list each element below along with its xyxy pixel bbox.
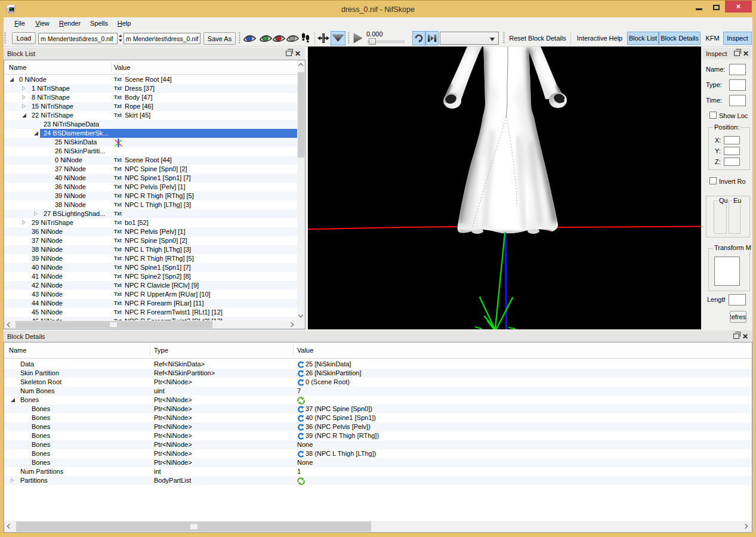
scroll-right-icon[interactable] [289, 322, 294, 327]
float-dock-icon[interactable] [734, 51, 740, 56]
block-list-row[interactable]: 38 NiNodeTxtNPC L Thigh [LThg] [3] [4, 200, 297, 209]
play-button[interactable] [351, 32, 365, 44]
block-list-row[interactable]: 40 NiNodeTxtNPC Spine1 [Spn1] [7] [4, 174, 297, 183]
block-details-row[interactable]: BonesPtr<NiNode> [4, 396, 752, 405]
walk-mode-button[interactable] [300, 32, 311, 45]
inspect-type-input[interactable] [729, 79, 746, 91]
reset-block-details-button[interactable]: Reset Block Details [508, 32, 567, 45]
block-list-row[interactable]: 29 NiTriShapeTxtbo1 [52] [4, 218, 297, 227]
save-path-input[interactable]: m Mender\test\dress_0.nif [124, 33, 200, 44]
block-list-row[interactable]: 36 NiNodeTxtNPC Pelvis [Pelv] [1] [4, 183, 297, 192]
toolbar-drag-handle[interactable] [348, 32, 350, 44]
block-details-row[interactable]: BonesPtr<NiNode> 36 (NPC Pelvis [Pelv]) [4, 422, 752, 431]
block-details-row[interactable]: Skin PartitionRef<NiSkinPartition> 26 [N… [4, 369, 752, 378]
expand-closed-icon[interactable] [11, 478, 14, 483]
column-header-value[interactable]: Value [297, 342, 313, 359]
block-details-hscroll-thumb[interactable] [16, 521, 371, 532]
block-list-row[interactable]: 37 NiNodeTxtNPC Spine [Spn0] [2] [4, 236, 297, 245]
view-direction-dropdown[interactable] [331, 31, 345, 45]
path-spinner[interactable] [118, 33, 123, 44]
highlight-eye-red-button[interactable] [272, 33, 286, 44]
expand-open-icon[interactable] [34, 131, 38, 135]
block-details-dock-title[interactable]: Block Details ✕ [4, 331, 752, 342]
column-header-type[interactable]: Type [154, 342, 168, 359]
block-list-vscrollbar[interactable] [297, 60, 305, 320]
block-list-row[interactable]: 38 NiNodeTxtNPC L Thigh [LThg] [3] [4, 245, 297, 254]
expand-closed-icon[interactable] [22, 86, 26, 91]
block-list-dock-title[interactable]: Block List ✕ [4, 48, 305, 59]
column-separator[interactable] [150, 344, 150, 356]
block-list-row[interactable]: 15 NiTriShapeTxtRope [46] [4, 102, 297, 111]
switch-animation-button[interactable] [425, 31, 439, 45]
block-list-row[interactable]: 1 NiTriShapeTxtDress [37] [4, 84, 297, 93]
block-details-row[interactable]: BonesPtr<NiNode>None [4, 458, 752, 467]
block-list-row[interactable]: 0 NiNodeTxtScene Root [44] [4, 75, 297, 84]
column-header-name[interactable]: Name [9, 342, 26, 359]
expand-open-icon[interactable] [10, 78, 14, 82]
pan-axis-button[interactable] [317, 32, 329, 44]
inspect-toggle-button[interactable]: Inspect [723, 32, 752, 45]
invert-rotation-checkbox[interactable] [709, 177, 717, 184]
close-dock-icon[interactable]: ✕ [295, 51, 301, 57]
block-details-row[interactable]: PartitionsBodyPartList [4, 476, 752, 485]
menu-render[interactable]: Render [55, 17, 85, 30]
maximize-button[interactable] [708, 1, 725, 13]
minimize-button[interactable] [690, 1, 708, 13]
block-details-row[interactable]: BonesPtr<NiNode> 38 (NPC L Thigh [LThg]) [4, 449, 752, 458]
length-input[interactable] [729, 294, 746, 305]
block-list-row[interactable]: 27 BSLightingShad...Txt [4, 209, 297, 218]
position-y-input[interactable] [724, 147, 740, 155]
inspect-name-input[interactable] [729, 64, 746, 75]
block-details-row[interactable]: Skeleton RootPtr<NiNode> 0 (Scene Root) [4, 378, 752, 387]
interactive-help-button[interactable]: Interactive Help [574, 32, 625, 45]
column-separator[interactable] [293, 344, 294, 356]
scroll-right-icon[interactable] [743, 524, 748, 529]
block-list-row[interactable]: 44 NiNodeTxtNPC R Forearm [RLar] [11] [4, 299, 297, 308]
block-list-row[interactable]: 40 NiNodeTxtNPC Spine1 [Spn1] [7] [4, 263, 297, 272]
block-list-row[interactable]: 45 NiNodeTxtNPC R ForearmTwist1 [RLt1] [… [4, 308, 297, 317]
column-header-value[interactable]: Value [114, 60, 130, 75]
close-dock-icon[interactable]: ✕ [743, 51, 749, 57]
scroll-down-icon[interactable] [298, 313, 303, 317]
menu-file[interactable]: File [10, 17, 29, 30]
menu-spells[interactable]: Spells [87, 17, 112, 30]
inspect-dock-title[interactable]: Inspect ✕ [702, 48, 751, 59]
column-separator[interactable] [111, 62, 112, 72]
wireframe-eye-gray-button[interactable] [286, 33, 300, 44]
titlebar[interactable]: dress_0.nif - NifSkope × [0, 0, 756, 17]
position-x-input[interactable] [724, 136, 740, 144]
block-list-toggle-button[interactable]: Block List [627, 32, 659, 45]
block-list-row[interactable]: 24 BSDismemberSk... [4, 129, 297, 138]
close-button[interactable]: × [725, 1, 752, 13]
scroll-left-icon[interactable] [7, 322, 12, 327]
block-list-row[interactable]: 23 NiTriShapeData [4, 120, 297, 129]
save-as-button[interactable]: Save As [203, 32, 236, 45]
expand-closed-icon[interactable] [34, 211, 38, 216]
show-nodes-eye-blue-button[interactable] [243, 33, 257, 44]
block-details-toggle-button[interactable]: Block Details [659, 32, 701, 45]
block-list-row[interactable]: 39 NiNodeTxtNPC R Thigh [RThg] [5] [4, 192, 297, 200]
block-list-row[interactable]: 22 NiTriShapeTxtSkirt [45] [4, 111, 297, 120]
inspect-time-input[interactable] [729, 95, 746, 106]
animation-select[interactable] [440, 32, 499, 45]
block-list-row[interactable]: 42 NiNodeTxtNPC R Clavicle [RClv] [9] [4, 281, 297, 290]
column-header-name[interactable]: Name [9, 60, 26, 75]
block-list-row[interactable]: 0 NiNodeTxtScene Root [44] [4, 156, 297, 165]
block-details-row[interactable]: BonesPtr<NiNode> 40 (NPC Spine1 [Spn1]) [4, 413, 752, 422]
block-list-row[interactable]: 8 NiTriShapeTxtBody [47] [4, 93, 297, 102]
expand-closed-icon[interactable] [22, 104, 26, 109]
toolbar-drag-handle[interactable] [503, 32, 505, 44]
expand-closed-icon[interactable] [22, 95, 26, 100]
loop-animation-button[interactable] [412, 31, 425, 45]
position-z-input[interactable] [724, 158, 740, 166]
block-details-row[interactable]: Num Bonesuint7 [4, 387, 752, 396]
block-list-row[interactable]: 37 NiNodeTxtNPC Spine [Spn0] [2] [4, 165, 297, 174]
block-list-row[interactable]: 36 NiNodeTxtNPC Pelvis [Pelv] [1] [4, 227, 297, 236]
block-details-row[interactable]: BonesPtr<NiNode>None [4, 440, 752, 449]
block-list-row[interactable]: 41 NiNodeTxtNPC Spine2 [Spn2] [8] [4, 272, 297, 281]
close-dock-icon[interactable]: ✕ [742, 334, 748, 340]
float-dock-icon[interactable] [286, 51, 292, 56]
block-list-vscroll-thumb[interactable] [298, 72, 304, 158]
block-details-row[interactable]: DataRef<NiSkinData> 25 [NiSkinData] [4, 360, 752, 369]
scroll-up-icon[interactable] [298, 63, 303, 68]
